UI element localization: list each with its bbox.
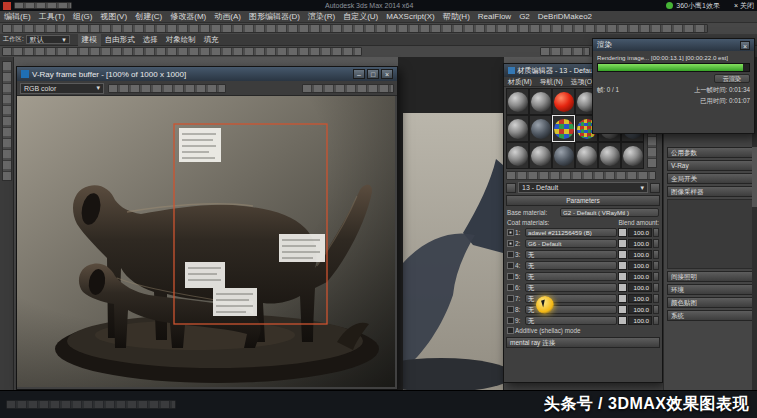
- menu-item[interactable]: 图形编辑器(D): [245, 11, 304, 23]
- rollout-bar[interactable]: 颜色贴图: [667, 297, 754, 308]
- blend-amount-field[interactable]: 100.0: [628, 305, 652, 314]
- blend-amount-field[interactable]: 100.0: [628, 294, 652, 303]
- quick-access-toolbar[interactable]: [14, 2, 72, 9]
- blend-color-swatch[interactable]: [618, 239, 627, 248]
- blend-color-swatch[interactable]: [618, 250, 627, 259]
- snap-toolbar-icons[interactable]: [540, 47, 590, 56]
- menu-item[interactable]: 动画(A): [210, 11, 245, 23]
- material-sample-sphere[interactable]: [506, 88, 529, 115]
- blend-amount-field[interactable]: 100.0: [628, 239, 652, 248]
- parameters-rollout[interactable]: Parameters: [506, 195, 660, 206]
- coat-material-button[interactable]: 无: [525, 261, 617, 270]
- rollout-bar[interactable]: V-Ray: [667, 160, 754, 171]
- menu-item[interactable]: DeBriDMakeo2: [534, 11, 596, 23]
- blend-amount-field[interactable]: 100.0: [628, 250, 652, 259]
- material-sample-sphere[interactable]: [621, 142, 644, 169]
- coat-material-button[interactable]: 无: [525, 283, 617, 292]
- blend-amount-field[interactable]: 100.0: [628, 283, 652, 292]
- ribbon-tab[interactable]: 选择: [139, 34, 162, 46]
- menu-item[interactable]: 材质(M): [504, 77, 536, 86]
- cloud-render-button[interactable]: 云渲染: [714, 74, 750, 83]
- vfb-toolbar-icons[interactable]: [108, 84, 226, 93]
- rollout-bar[interactable]: 全局开关: [667, 173, 754, 184]
- material-sample-sphere[interactable]: [529, 142, 552, 169]
- coat-material-button[interactable]: 无: [525, 272, 617, 281]
- spinner-icon[interactable]: [653, 261, 659, 270]
- pick-material-icon[interactable]: [506, 183, 516, 193]
- main-toolbar-icons[interactable]: [2, 24, 708, 33]
- menu-item[interactable]: G2: [515, 11, 534, 23]
- viewport-visible-area[interactable]: [398, 57, 504, 390]
- menu-item[interactable]: 导航(N): [536, 77, 567, 86]
- coat-checkbox[interactable]: [507, 251, 514, 258]
- material-name-selector[interactable]: 13 - Default▾: [518, 182, 648, 193]
- render-dialog-titlebar[interactable]: 渲染 ×: [593, 39, 754, 51]
- blend-color-swatch[interactable]: [618, 294, 627, 303]
- coat-checkbox[interactable]: [507, 295, 514, 302]
- type-button-icon[interactable]: [650, 183, 660, 193]
- rollout-bar[interactable]: 环境: [667, 284, 754, 295]
- spinner-icon[interactable]: [653, 283, 659, 292]
- menu-item[interactable]: 视图(V): [96, 11, 131, 23]
- menu-item[interactable]: RealFlow: [474, 11, 515, 23]
- coat-checkbox[interactable]: [507, 273, 514, 280]
- menu-item[interactable]: 自定义(U): [339, 11, 382, 23]
- close-button[interactable]: 关闭: [740, 1, 754, 11]
- blend-color-swatch[interactable]: [618, 283, 627, 292]
- ribbon-tab[interactable]: 填充: [200, 34, 223, 46]
- material-editor-toolbar-icons[interactable]: [506, 171, 656, 180]
- ribbon-tab[interactable]: 对象绘制: [162, 34, 200, 46]
- blend-color-swatch[interactable]: [618, 316, 627, 325]
- menu-item[interactable]: 组(G): [69, 11, 97, 23]
- rollout-bar[interactable]: 间接照明: [667, 271, 754, 282]
- rollout-bar[interactable]: 公用参数: [667, 147, 754, 158]
- spinner-icon[interactable]: [653, 228, 659, 237]
- menu-item[interactable]: 创建(C): [131, 11, 166, 23]
- material-sample-sphere[interactable]: [506, 142, 529, 169]
- material-sample-sphere[interactable]: [529, 88, 552, 115]
- coat-checkbox[interactable]: [507, 317, 514, 324]
- blend-color-swatch[interactable]: [618, 228, 627, 237]
- menu-item[interactable]: 编辑(E): [0, 11, 35, 23]
- maximize-icon[interactable]: □: [367, 69, 379, 79]
- mental-ray-rollout[interactable]: mental ray 连接: [506, 337, 660, 348]
- status-bar-icons[interactable]: [6, 400, 176, 409]
- ribbon-tab[interactable]: 自由形式: [101, 34, 139, 46]
- ribbon-tab[interactable]: 建模: [78, 34, 101, 46]
- spinner-icon[interactable]: [653, 294, 659, 303]
- material-sample-sphere[interactable]: [529, 115, 552, 142]
- spinner-icon[interactable]: [653, 272, 659, 281]
- coat-material-button[interactable]: 无: [525, 250, 617, 259]
- channel-selector[interactable]: RGB color▾: [20, 83, 104, 94]
- ribbon-toolbar-icons[interactable]: [2, 47, 362, 56]
- coat-checkbox[interactable]: [507, 306, 514, 313]
- close-icon[interactable]: ×: [381, 69, 393, 79]
- material-sample-sphere[interactable]: [552, 142, 575, 169]
- material-sample-sphere[interactable]: [575, 142, 598, 169]
- coat-material-button[interactable]: G6 - Default: [525, 239, 617, 248]
- menu-item[interactable]: 修改器(M): [166, 11, 210, 23]
- coat-material-button[interactable]: 无: [525, 316, 617, 325]
- vfb-toolbar-icons-right[interactable]: [302, 84, 394, 93]
- blend-color-swatch[interactable]: [618, 305, 627, 314]
- coat-material-button[interactable]: adavel #211256459 (B): [525, 228, 617, 237]
- coat-checkbox[interactable]: [507, 262, 514, 269]
- coat-checkbox[interactable]: [507, 240, 514, 247]
- rollout-bar[interactable]: 图像采样器: [667, 186, 754, 197]
- base-material-button[interactable]: G2 - Default ( VRayMtl ): [560, 208, 659, 217]
- menu-item[interactable]: 渲染(R): [304, 11, 339, 23]
- blend-color-swatch[interactable]: [618, 261, 627, 270]
- spinner-icon[interactable]: [653, 250, 659, 259]
- rollout-bar[interactable]: 系统: [667, 310, 754, 321]
- left-toolbar-icons[interactable]: [2, 61, 12, 181]
- additive-checkbox[interactable]: [507, 327, 514, 334]
- material-sample-sphere-active[interactable]: [552, 115, 575, 142]
- coat-checkbox[interactable]: [507, 229, 514, 236]
- blend-amount-field[interactable]: 100.0: [628, 272, 652, 281]
- blend-amount-field[interactable]: 100.0: [628, 261, 652, 270]
- workspace-selector[interactable]: 默认▾: [26, 35, 70, 44]
- menu-item[interactable]: MAXScript(X): [382, 11, 438, 23]
- coat-checkbox[interactable]: [507, 284, 514, 291]
- material-sample-sphere[interactable]: [552, 88, 575, 115]
- menu-item[interactable]: 工具(T): [35, 11, 69, 23]
